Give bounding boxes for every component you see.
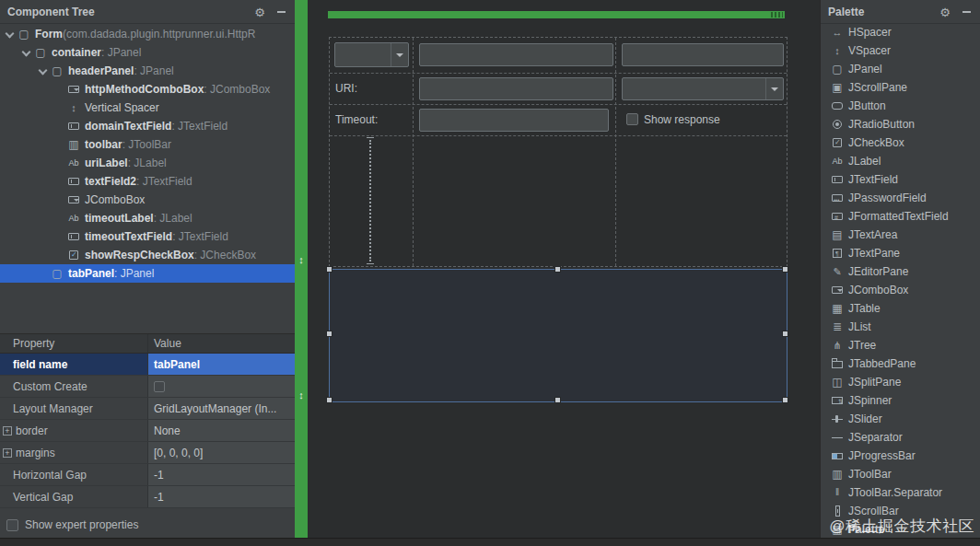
row-resize-icon[interactable]: ↕ [295,255,308,265]
palette-list: HSpacerVSpacerJPanelJScrollPaneJButtonJR… [821,23,980,538]
palette-item-jspinner[interactable]: JSpinner [821,391,980,410]
http-method-combobox[interactable] [334,42,409,67]
property-row-layout-manager[interactable]: Layout ManagerGridLayoutManager (In... [0,398,295,420]
design-canvas[interactable]: URI: Timeout: Show response [308,0,820,538]
domain-textfield[interactable] [419,43,613,66]
uri-label[interactable]: URI: [335,73,357,104]
resize-handle-ne[interactable] [782,266,788,273]
property-value-cell[interactable]: -1 [147,464,295,485]
show-expert-properties-checkbox[interactable] [6,519,18,531]
palette-item-jformattedtextfield[interactable]: JFormattedTextField [821,207,980,226]
timeout-label[interactable]: Timeout: [335,104,378,135]
palette-item-jtree[interactable]: JTree [821,336,980,354]
tree-item-timeoutlabel[interactable]: timeoutLabel : JLabel [0,209,295,227]
minimize-icon[interactable] [962,6,973,17]
palette-item-jcombobox[interactable]: JComboBox [821,281,980,299]
expand-icon[interactable] [3,448,12,458]
property-name-cell: Vertical Gap [0,486,147,507]
property-value-cell[interactable]: tabPanel [147,354,295,375]
palette-item-jbutton[interactable]: JButton [821,97,980,115]
resize-handle-n[interactable] [554,266,561,273]
show-response-label[interactable]: Show response [644,104,720,135]
palette-item-jtextpane[interactable]: JTextPane [821,244,980,262]
property-value-cell[interactable] [147,376,295,397]
resize-handle-sw[interactable] [326,397,332,403]
chevron-spacer [53,157,64,168]
palette-item-jeditorpane[interactable]: JEditorPane [821,262,980,281]
palette-item-hspacer[interactable]: HSpacer [821,23,980,41]
uri-combobox[interactable] [622,77,784,100]
vertical-spacer-widget[interactable] [367,137,374,264]
property-row-border[interactable]: borderNone [0,420,295,442]
palette-item-jpanel[interactable]: JPanel [821,60,980,78]
tree-item-urilabel[interactable]: uriLabel : JLabel [0,154,295,172]
palette-item-jseparator[interactable]: JSeparator [821,428,980,447]
property-value-cell[interactable]: None [147,420,295,441]
tree-item-headerpanel[interactable]: headerPanel : JPanel [0,62,295,80]
tree-item-httpmethodcombobox[interactable]: httpMethodComboBox : JComboBox [0,80,295,99]
palette-item-label: JTextArea [848,228,897,241]
palette-item-jsplitpane[interactable]: JSplitPane [821,373,980,391]
property-row-vertical-gap[interactable]: Vertical Gap-1 [0,486,295,508]
expand-icon[interactable] [3,426,12,436]
palette-item-jlabel[interactable]: JLabel [821,152,980,170]
minimize-icon[interactable] [276,6,287,17]
palette-item-jlist[interactable]: JList [821,318,980,336]
header-panel-design[interactable]: URI: Timeout: Show response [329,37,788,267]
palette-item-jtoolbar[interactable]: JToolBar [821,465,980,483]
palette-item-jprogressbar[interactable]: JProgressBar [821,447,980,465]
resize-handle-se[interactable] [782,397,788,403]
row-resize-icon[interactable]: ↕ [295,390,308,401]
resize-handle-w[interactable] [326,331,332,337]
tree-item-tabpanel[interactable]: tabPanel : JPanel [0,264,295,283]
value-checkbox[interactable] [154,381,165,392]
show-response-checkbox[interactable] [626,113,638,125]
tree-item-container[interactable]: container : JPanel [0,43,295,62]
property-row-horizontal-gap[interactable]: Horizontal Gap-1 [0,464,295,486]
resize-handle-nw[interactable] [326,266,332,273]
resize-handle-e[interactable] [782,331,788,337]
palette-item-jtabbedpane[interactable]: JTabbedPane [821,354,980,373]
palette-item-jslider[interactable]: JSlider [821,410,980,428]
tree-item-toolbar[interactable]: toolbar : JToolBar [0,135,295,154]
palette-item-jcheckbox[interactable]: JCheckBox [821,134,980,152]
tree-item-vertical-spacer[interactable]: Vertical Spacer [0,99,295,117]
gear-icon[interactable] [939,6,951,18]
vertical-caption-bar[interactable]: ↕ ↕ [295,0,308,546]
palette-item-jtextarea[interactable]: JTextArea [821,226,980,244]
tree-item-textfield2[interactable]: textField2 : JTextField [0,172,295,191]
tab-panel-selected[interactable] [329,269,788,402]
tree-item-timeouttextfield[interactable]: timeoutTextField : JTextField [0,227,295,246]
property-row-margins[interactable]: margins[0, 0, 0, 0] [0,442,295,464]
palette-item-jpasswordfield[interactable]: JPasswordField [821,189,980,207]
uri-textfield[interactable] [419,77,613,100]
jtoolbar-icon [66,137,81,152]
property-value-cell[interactable]: GridLayoutManager (In... [147,398,295,419]
property-row-custom-create[interactable]: Custom Create [0,376,295,398]
horizontal-caption-bar[interactable] [328,11,785,18]
gear-icon[interactable] [253,6,266,18]
property-value-cell[interactable]: [0, 0, 0, 0] [147,442,295,463]
property-name-cell: Layout Manager [0,398,147,419]
palette-item-jtextfield[interactable]: JTextField [821,170,980,189]
timeout-textfield[interactable] [419,109,609,132]
palette-item-label: JSlider [848,412,882,425]
palette-item-jtoolbar-separator[interactable]: JToolBar.Separator [821,483,980,502]
tree-item-showrespcheckbox[interactable]: showRespCheckBox : JCheckBox [0,246,295,264]
palette-item-label: JFormattedTextField [848,210,949,223]
tree-item-jcombobox[interactable]: JComboBox [0,191,295,209]
tree-item-form[interactable]: Form (com.dadada.plugin.httprunner.ui.Ht… [0,25,295,43]
property-row-field-name[interactable]: field nametabPanel [0,354,295,376]
chevron-down-icon[interactable] [20,47,31,58]
palette-item-vspacer[interactable]: VSpacer [821,41,980,60]
chevron-down-icon[interactable] [4,29,15,40]
palette-item-jradiobutton[interactable]: JRadioButton [821,115,980,134]
tree-item-domaintextfield[interactable]: domainTextField : JTextField [0,117,295,135]
jslider-icon [830,412,845,426]
property-value-cell[interactable]: -1 [147,486,295,507]
palette-item-jscrollpane[interactable]: JScrollPane [821,78,980,97]
chevron-down-icon[interactable] [37,65,48,76]
palette-item-jtable[interactable]: JTable [821,299,980,318]
resize-handle-s[interactable] [554,397,561,403]
header-textfield[interactable] [622,43,784,66]
